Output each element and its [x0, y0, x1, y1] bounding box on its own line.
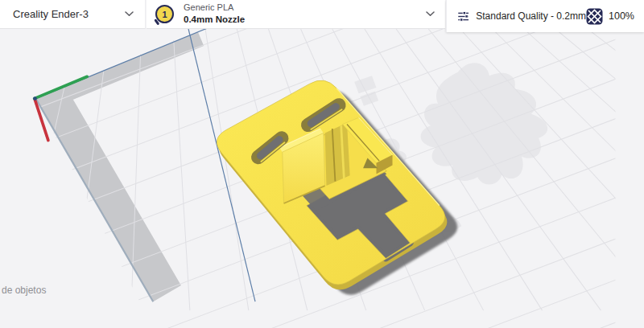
configuration-summary: Generic PLA 0.4mm Nozzle: [184, 2, 426, 25]
extruder-number: 1: [162, 10, 167, 19]
infill-density-icon: [586, 8, 603, 25]
extruder-1-icon: 1: [155, 5, 174, 23]
nozzle-size: 0.4mm Nozzle: [184, 14, 426, 25]
infill-indicator: 100%: [586, 8, 634, 25]
chevron-down-icon: [125, 11, 134, 17]
build-plate-scene: [0, 29, 644, 328]
print-settings-sliders-icon: [457, 7, 469, 26]
object-list-toggle[interactable]: de objetos: [2, 285, 46, 296]
infill-percentage: 100%: [609, 10, 634, 22]
top-toolbar: Creality Ender-3 1 Generic PLA 0.4mm Noz…: [0, 0, 644, 32]
profile-name: Standard Quality - 0.2mm: [476, 10, 586, 22]
chevron-down-icon: [426, 11, 435, 17]
configuration-selector[interactable]: 1 Generic PLA 0.4mm Nozzle: [147, 0, 445, 29]
print-settings-selector[interactable]: Standard Quality - 0.2mm 100%: [446, 0, 644, 32]
printer-selector[interactable]: Creality Ender-3: [0, 0, 146, 29]
material-name: Generic PLA: [184, 2, 426, 14]
cura-window: Creality Ender-3 1 Generic PLA 0.4mm Noz…: [0, 0, 644, 328]
printer-name: Creality Ender-3: [13, 8, 125, 20]
3d-viewport[interactable]: [0, 29, 644, 328]
z-axis: [33, 96, 37, 100]
